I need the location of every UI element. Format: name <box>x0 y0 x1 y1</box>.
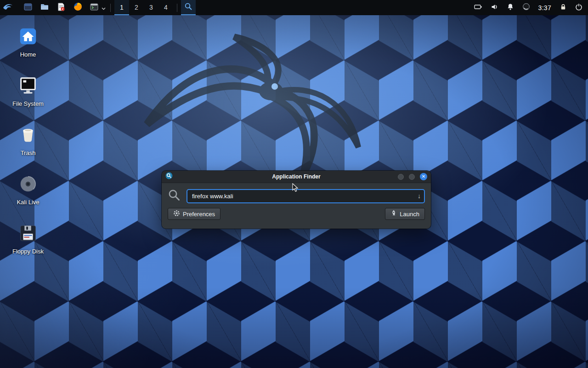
desktop-icon-label: Kali Live <box>17 199 39 206</box>
speaker-icon <box>491 3 498 12</box>
panel-separator <box>110 4 111 12</box>
desktop-icon-file-system[interactable]: File System <box>3 75 53 115</box>
launcher-firefox[interactable] <box>71 0 85 15</box>
trash-icon <box>17 124 39 146</box>
search-input[interactable] <box>187 189 425 203</box>
launcher-terminal[interactable] <box>88 0 100 15</box>
search-input-wrap: ↓ <box>187 189 425 203</box>
desktop-icon-label: Floppy Disk <box>12 248 44 255</box>
launcher-text-editor[interactable] <box>54 0 68 15</box>
workspace-button-1[interactable]: 1 <box>114 0 129 15</box>
desktop: 1 2 3 4 <box>0 0 588 368</box>
panel-left-section: 1 2 3 4 <box>0 0 196 15</box>
floppy-icon <box>17 222 39 244</box>
terminal-menu-arrow[interactable] <box>100 0 107 15</box>
folder-icon <box>40 2 49 13</box>
search-icon <box>168 189 181 203</box>
workspace-button-3[interactable]: 3 <box>144 0 158 15</box>
application-finder-window: Application Finder ✕ ↓ <box>162 171 431 229</box>
search-row: ↓ <box>168 189 425 203</box>
volume-control[interactable] <box>491 0 498 15</box>
document-edit-icon <box>57 2 66 13</box>
application-finder-app-icon <box>165 172 173 181</box>
launch-icon <box>390 210 397 218</box>
desktop-icon-trash[interactable]: Trash <box>3 124 53 164</box>
notifications[interactable] <box>507 0 514 15</box>
terminal-icon <box>90 2 99 13</box>
desktop-icon-label: File System <box>12 100 44 107</box>
launch-button[interactable]: Launch <box>385 208 425 220</box>
network-status[interactable] <box>522 0 530 15</box>
kali-logo-icon <box>2 1 13 14</box>
power-icon <box>575 3 582 12</box>
bell-icon <box>507 3 514 12</box>
window-title: Application Finder <box>162 173 431 180</box>
screen-lock[interactable] <box>560 0 567 15</box>
chevron-down-icon <box>102 4 106 12</box>
window-titlebar[interactable]: Application Finder ✕ <box>162 171 431 183</box>
launcher-window-manager[interactable] <box>21 0 35 15</box>
globe-icon <box>522 3 530 12</box>
firefox-icon <box>73 2 83 13</box>
lock-icon <box>560 3 567 12</box>
gear-icon <box>173 210 180 218</box>
minimize-button[interactable] <box>398 174 404 180</box>
window-icon <box>23 2 33 13</box>
panel-tray: 3:37 <box>474 0 588 15</box>
window-body: ↓ Preferences <box>162 183 431 229</box>
panel-separator <box>177 4 177 12</box>
session-power[interactable] <box>575 0 582 15</box>
desktop-icon-label: Home <box>20 51 36 58</box>
workspace-button-4[interactable]: 4 <box>158 0 173 15</box>
taskbar-application-finder[interactable] <box>181 0 196 15</box>
close-button[interactable]: ✕ <box>420 173 427 180</box>
home-icon <box>17 25 39 47</box>
battery-indicator[interactable] <box>474 0 482 15</box>
desktop-icon-floppy-disk[interactable]: Floppy Disk <box>3 222 53 263</box>
applications-menu-button[interactable] <box>1 0 15 15</box>
search-icon <box>184 2 192 12</box>
desktop-icon-home[interactable]: Home <box>3 25 53 66</box>
filesystem-icon <box>17 75 39 97</box>
launcher-file-manager[interactable] <box>38 0 51 15</box>
clock[interactable]: 3:37 <box>538 0 551 15</box>
maximize-button[interactable] <box>409 174 415 180</box>
window-controls: ✕ <box>398 173 427 180</box>
top-panel: 1 2 3 4 <box>0 0 588 15</box>
preferences-button[interactable]: Preferences <box>168 208 220 220</box>
preferences-button-label: Preferences <box>183 211 215 218</box>
dropdown-arrow-icon[interactable]: ↓ <box>418 193 421 199</box>
desktop-icon-kali-live[interactable]: Kali Live <box>3 173 53 213</box>
cd-disc-icon <box>17 173 39 195</box>
launch-button-label: Launch <box>400 211 419 218</box>
desktop-icon-list: Home File System <box>0 25 56 271</box>
battery-icon <box>474 3 482 12</box>
desktop-icon-label: Trash <box>21 150 36 156</box>
button-row: Preferences Launch <box>168 208 425 220</box>
workspace-button-2[interactable]: 2 <box>129 0 144 15</box>
